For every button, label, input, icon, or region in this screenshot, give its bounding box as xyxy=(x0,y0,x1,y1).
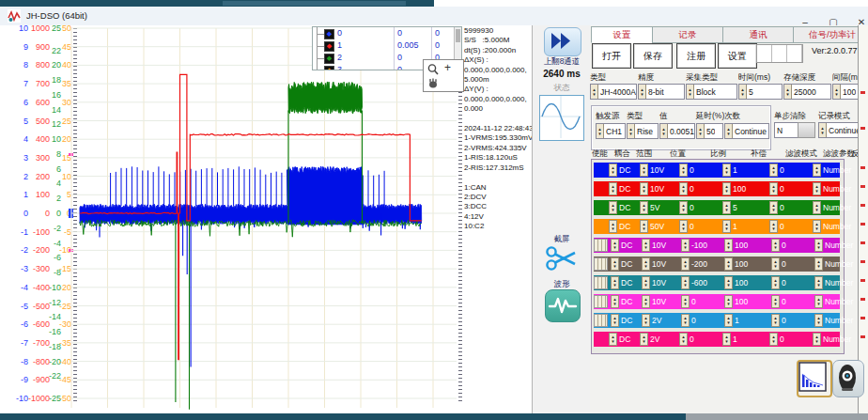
offset-spinner[interactable]: ▴▾0 xyxy=(771,277,813,288)
range-select[interactable]: ▴▾2V xyxy=(640,334,677,345)
coupling-select[interactable]: ▴▾DC xyxy=(611,240,640,251)
scale-spinner[interactable]: ▴▾1 xyxy=(724,315,769,326)
coupling-select[interactable]: ▴▾DC xyxy=(609,183,638,194)
spinner-icon[interactable]: ▴▾ xyxy=(642,295,650,308)
legend-row[interactable]: ◆10.0050 xyxy=(313,39,461,52)
offset-spinner[interactable]: ▴▾0 xyxy=(771,315,813,326)
spinner-icon[interactable]: ▴▾ xyxy=(724,239,733,252)
scale-spinner[interactable]: ▴▾5 xyxy=(722,202,767,213)
spinner-icon[interactable]: ▴▾ xyxy=(722,163,731,177)
tab-4[interactable]: 信号/功率计 xyxy=(793,26,868,43)
spinner-icon[interactable]: ▴▾ xyxy=(784,85,792,99)
position-spinner[interactable]: ▴▾0 xyxy=(679,334,721,345)
spinner-icon[interactable]: ▴▾ xyxy=(697,124,705,138)
scale-spinner[interactable]: ▴▾100 xyxy=(724,277,769,288)
spinner-icon[interactable]: ▴▾ xyxy=(679,333,688,346)
range-select[interactable]: ▴▾10V xyxy=(640,183,677,194)
offset-spinner[interactable]: ▴▾0 xyxy=(769,334,811,345)
spinner-icon[interactable]: ▴▾ xyxy=(681,314,690,327)
position-spinner[interactable]: ▴▾0 xyxy=(681,296,722,307)
spinner-icon[interactable]: ▴▾ xyxy=(628,124,635,138)
coupling-select[interactable]: ▴▾DC xyxy=(611,296,640,307)
screenshot-scissors-icon[interactable] xyxy=(545,244,579,272)
scale-spinner[interactable]: ▴▾1 xyxy=(722,164,767,176)
spinner-icon[interactable]: ▴▾ xyxy=(679,201,688,214)
spinner-icon[interactable]: ▴▾ xyxy=(725,124,733,138)
enable-cell[interactable] xyxy=(594,295,608,308)
coupling-select[interactable]: ▴▾DC xyxy=(611,258,640,270)
spinner-icon[interactable]: ▴▾ xyxy=(814,239,823,252)
camera-button[interactable] xyxy=(832,360,864,397)
spinner-icon[interactable]: ▴▾ xyxy=(769,182,778,195)
spinner-icon[interactable]: ▴▾ xyxy=(639,85,646,99)
trigger-value-4[interactable]: ▴▾50 xyxy=(696,123,723,139)
spinner-icon[interactable]: ▴▾ xyxy=(642,276,650,289)
spinner-icon[interactable]: ▴▾ xyxy=(597,124,604,138)
panel-scroll-strip[interactable] xyxy=(858,25,868,413)
offset-spinner[interactable]: ▴▾0 xyxy=(769,164,811,176)
spinner-icon[interactable]: ▴▾ xyxy=(771,295,780,308)
spinner-icon[interactable]: ▴▾ xyxy=(771,276,780,289)
spinner-icon[interactable]: ▴▾ xyxy=(833,85,841,99)
single-clear-button[interactable] xyxy=(798,122,815,138)
position-spinner[interactable]: ▴▾-100 xyxy=(681,240,722,251)
trigger-value-5[interactable]: ▴▾Continue xyxy=(724,123,769,139)
spinner-icon[interactable]: ▴▾ xyxy=(724,295,733,308)
spinner-icon[interactable]: ▴▾ xyxy=(609,182,617,195)
coupling-select[interactable]: ▴▾DC xyxy=(609,164,638,176)
spinner-icon[interactable]: ▴▾ xyxy=(769,163,778,177)
range-select[interactable]: ▴▾5V xyxy=(640,202,677,213)
run-button[interactable] xyxy=(544,27,581,56)
range-select[interactable]: ▴▾10V xyxy=(642,277,679,288)
scale-spinner[interactable]: ▴▾100 xyxy=(722,183,767,194)
spinner-icon[interactable]: ▴▾ xyxy=(724,276,733,289)
waveform-button[interactable] xyxy=(545,289,581,322)
filter-select[interactable]: ▴▾Number xyxy=(813,202,861,213)
spinner-icon[interactable]: ▴▾ xyxy=(722,333,731,346)
filter-select[interactable]: ▴▾Number xyxy=(814,277,863,288)
spinner-icon[interactable]: ▴▾ xyxy=(814,257,823,271)
spinner-icon[interactable]: ▴▾ xyxy=(681,276,690,289)
position-spinner[interactable]: ▴▾-600 xyxy=(681,277,722,288)
plus-icon[interactable]: + xyxy=(444,61,451,74)
spinner-icon[interactable]: ▴▾ xyxy=(769,220,778,233)
spinner-icon[interactable]: ▴▾ xyxy=(640,333,648,346)
spinner-icon[interactable]: ▴▾ xyxy=(813,333,821,346)
range-select[interactable]: ▴▾10V xyxy=(640,164,677,176)
spinner-icon[interactable]: ▴▾ xyxy=(609,333,617,346)
spinner-icon[interactable]: ▴▾ xyxy=(591,85,598,99)
spinner-icon[interactable]: ▴▾ xyxy=(640,201,648,214)
spinner-icon[interactable]: ▴▾ xyxy=(611,239,619,252)
spinner-icon[interactable]: ▴▾ xyxy=(722,220,731,233)
offset-spinner[interactable]: ▴▾0 xyxy=(769,221,811,232)
spinner-icon[interactable]: ▴▾ xyxy=(609,220,617,233)
position-spinner[interactable]: ▴▾0 xyxy=(679,202,721,213)
enable-cell[interactable] xyxy=(594,239,608,252)
position-spinner[interactable]: ▴▾0 xyxy=(679,183,721,194)
spinner-icon[interactable]: ▴▾ xyxy=(642,239,650,252)
spinner-icon[interactable]: ▴▾ xyxy=(819,123,827,137)
acq-value-5[interactable]: ▴▾25000 xyxy=(783,84,831,100)
filter-select[interactable]: ▴▾Number xyxy=(814,258,863,270)
single-clear-value[interactable]: N xyxy=(774,122,798,138)
scale-spinner[interactable]: ▴▾1 xyxy=(722,221,767,232)
acq-value-2[interactable]: ▴▾8-bit xyxy=(638,84,685,100)
spinner-icon[interactable]: ▴▾ xyxy=(640,163,648,177)
zoom-in-icon[interactable] xyxy=(426,63,440,76)
filter-select[interactable]: ▴▾Number xyxy=(813,221,861,232)
position-spinner[interactable]: ▴▾0 xyxy=(679,221,721,232)
filter-select[interactable]: ▴▾Number xyxy=(814,315,863,326)
spinner-icon[interactable]: ▴▾ xyxy=(679,220,688,233)
spinner-icon[interactable]: ▴▾ xyxy=(681,295,690,308)
status-preview[interactable] xyxy=(539,95,584,141)
spinner-icon[interactable]: ▴▾ xyxy=(681,239,690,252)
acq-value-1[interactable]: ▴▾JH-4000A xyxy=(590,84,637,100)
trigger-value-3[interactable]: ▴▾0.0051 xyxy=(659,123,695,139)
spinner-icon[interactable]: ▴▾ xyxy=(813,163,821,177)
spectrum-button[interactable] xyxy=(797,360,832,397)
filter-select[interactable]: ▴▾Number xyxy=(813,164,861,176)
tab-3[interactable]: 通讯 xyxy=(722,26,794,43)
enable-cell[interactable] xyxy=(594,334,606,345)
position-spinner[interactable]: ▴▾0 xyxy=(679,164,721,176)
scale-spinner[interactable]: ▴▾1 xyxy=(722,334,767,345)
